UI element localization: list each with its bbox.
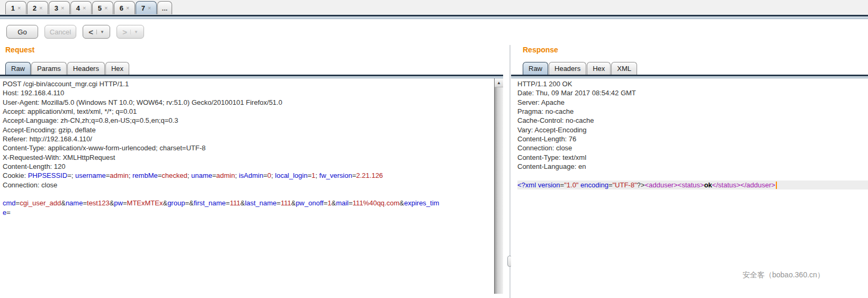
code-line: Accept: application/xml, text/xml, */*; … [3, 107, 497, 116]
code-line: Content-Language: en [517, 162, 868, 171]
code-line: e= [3, 208, 497, 217]
tab-label: 3 [55, 4, 58, 12]
tab-label: 4 [76, 4, 80, 12]
code-line: Cache-Control: no-cache [517, 116, 868, 125]
code-line: Date: Thu, 09 Mar 2017 08:54:42 GMT [517, 88, 868, 97]
response-tab-headers[interactable]: Headers [549, 62, 586, 75]
code-line: Connection: close [3, 180, 497, 189]
request-tab-hex[interactable]: Hex [105, 62, 129, 75]
close-icon[interactable]: × [126, 5, 129, 11]
response-tab-xml[interactable]: XML [611, 62, 637, 75]
code-line: Content-Type: text/xml [517, 153, 868, 162]
response-tabs-underline-hairline [511, 78, 868, 78]
cancel-button[interactable]: Cancel [44, 25, 76, 39]
repeater-tab-1[interactable]: 1× [5, 1, 26, 14]
tab-label: 6 [120, 4, 123, 12]
repeater-tab-bar: 1×2×3×4×5×6×7×... [0, 0, 868, 15]
response-view-tabs: RawHeadersHexXML [523, 62, 637, 75]
response-tab-raw[interactable]: Raw [523, 62, 548, 75]
request-tab-raw[interactable]: Raw [5, 62, 31, 75]
tab-bar-underline-hairline [0, 19, 868, 19]
code-line: HTTP/1.1 200 OK [517, 79, 868, 88]
code-line: Content-Length: 120 [3, 162, 497, 171]
request-tabs-underline-hairline [0, 78, 503, 78]
repeater-tab-7[interactable]: 7× [136, 1, 157, 14]
request-tab-params[interactable]: Params [31, 62, 67, 75]
request-tab-headers[interactable]: Headers [67, 62, 105, 75]
close-icon[interactable]: × [39, 5, 42, 11]
response-tab-hex[interactable]: Hex [587, 62, 611, 75]
chevron-down-icon[interactable]: ▼ [96, 30, 108, 34]
code-line: <?xml version="1.0" encoding="UTF-8"?><a… [517, 180, 868, 189]
code-line: POST /cgi-bin/account_mgr.cgi HTTP/1.1 [3, 79, 497, 88]
code-line: cmd=cgi_user_add&name=test123&pw=MTExMTE… [3, 198, 497, 207]
repeater-tab-2[interactable]: 2× [27, 1, 48, 14]
code-line: Host: 192.168.4.110 [3, 88, 497, 97]
go-button[interactable]: Go [6, 25, 38, 39]
code-line: Content-Length: 76 [517, 134, 868, 143]
code-line [517, 171, 868, 180]
tab-label: 7 [141, 4, 145, 12]
code-line: Vary: Accept-Encoding [517, 125, 868, 134]
text-cursor [776, 182, 777, 189]
request-raw-editor[interactable]: POST /cgi-bin/account_mgr.cgi HTTP/1.1Ho… [0, 79, 497, 298]
close-icon[interactable]: × [83, 5, 86, 11]
repeater-tabs: 1×2×3×4×5×6×7×... [5, 1, 172, 14]
chevron-left-icon: < [85, 28, 96, 37]
repeater-tab-3[interactable]: 3× [49, 1, 70, 14]
code-line: Server: Apache [517, 98, 868, 107]
tab-label: ... [162, 4, 168, 12]
tab-label: 1 [11, 4, 15, 12]
close-icon[interactable]: × [148, 5, 151, 11]
code-line: Referer: http://192.168.4.110/ [3, 134, 497, 143]
code-line: Accept-Language: zh-CN,zh;q=0.8,en-US;q=… [3, 116, 497, 125]
watermark-text: 安全客（bobao.360.cn） [742, 270, 825, 280]
code-line [3, 189, 497, 198]
code-line: Content-Type: application/x-www-form-url… [3, 143, 497, 152]
close-icon[interactable]: × [104, 5, 108, 11]
code-line: X-Requested-With: XMLHttpRequest [3, 153, 497, 162]
close-icon[interactable]: × [61, 5, 64, 11]
tab-label: 2 [33, 4, 37, 12]
code-line: User-Agent: Mozilla/5.0 (Windows NT 10.0… [3, 98, 497, 107]
chevron-right-icon: > [119, 28, 130, 37]
request-panel-title: Request [5, 46, 34, 54]
code-line: Pragma: no-cache [517, 107, 868, 116]
request-view-tabs: RawParamsHeadersHex [5, 62, 129, 75]
response-raw-editor[interactable]: HTTP/1.1 200 OKDate: Thu, 09 Mar 2017 08… [511, 79, 868, 298]
repeater-tab-6[interactable]: 6× [114, 1, 135, 14]
next-request-button[interactable]: > ▼ [117, 25, 144, 39]
close-icon[interactable]: × [17, 5, 21, 11]
repeater-tab-5[interactable]: 5× [92, 1, 113, 14]
previous-request-button[interactable]: < ▼ [83, 25, 110, 39]
code-line: Accept-Encoding: gzip, deflate [3, 125, 497, 134]
code-line: Connection: close [517, 143, 868, 152]
chevron-down-icon[interactable]: ▼ [130, 30, 141, 34]
request-scrollbar[interactable]: ▲ [494, 78, 503, 294]
repeater-tab-4[interactable]: 4× [70, 1, 92, 14]
tab-overflow[interactable]: ... [157, 1, 172, 14]
scroll-up-icon[interactable]: ▲ [495, 78, 503, 87]
response-panel-title: Response [523, 46, 558, 54]
tab-label: 5 [98, 4, 102, 12]
code-line: Cookie: PHPSESSID=; username=admin; remb… [3, 171, 497, 180]
